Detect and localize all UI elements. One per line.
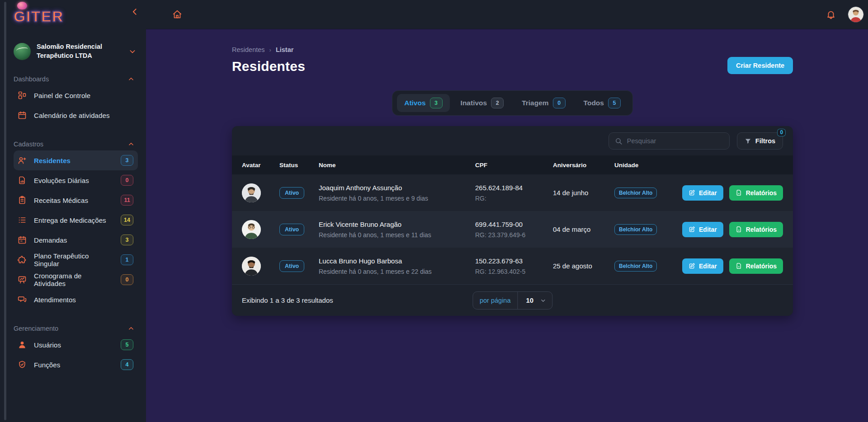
person-add-icon <box>17 156 27 165</box>
sidebar-item-residentes[interactable]: Residentes 3 <box>14 150 138 170</box>
section-header-dashboards[interactable]: Dashboards <box>14 75 138 83</box>
count-badge: 4 <box>121 359 133 370</box>
count-badge: 0 <box>121 175 133 186</box>
unit-badge[interactable]: Belchior Alto <box>614 188 657 198</box>
document-chart-icon <box>17 176 27 185</box>
edit-button-label: Editar <box>699 263 717 270</box>
sidebar-item-demandas[interactable]: Demandas 3 <box>14 230 138 250</box>
chevron-right-icon: › <box>269 47 271 53</box>
sidebar-item-entrega-de-medicacoes[interactable]: Entrega de Medicações 14 <box>14 210 138 230</box>
sidebar-collapse-icon[interactable] <box>131 7 140 16</box>
shield-check-icon <box>17 360 27 369</box>
calendar-icon <box>17 235 27 244</box>
tab-ativos[interactable]: Ativos 3 <box>397 94 449 112</box>
reports-button[interactable]: Relatórios <box>729 222 783 237</box>
edit-button[interactable]: Editar <box>682 185 723 201</box>
resident-cpf: 265.624.189-84 <box>475 184 553 192</box>
resident-avatar <box>242 183 261 202</box>
sidebar-item-cronograma-de-atividades[interactable]: Cronograma de Atividades 0 <box>14 270 138 290</box>
table-row: Ativo Erick Vicente Bruno Aragão Residen… <box>232 211 793 248</box>
sidebar-section-dashboards: Dashboards Painel de Controle Calendário <box>14 75 138 125</box>
tab-label: Triagem <box>522 99 548 107</box>
filters-count-badge: 0 <box>777 129 786 136</box>
count-badge: 5 <box>121 339 133 350</box>
brand-logo[interactable]: GITER <box>14 5 138 29</box>
section-label: Dashboards <box>14 75 49 83</box>
table-header-row: Avatar Status Nome CPF Aniversário Unida… <box>232 155 793 174</box>
section-header-cadastros[interactable]: Cadastros <box>14 141 138 148</box>
residents-table-card: Filtros 0 Avatar Status Nome CPF Anivers… <box>232 126 793 316</box>
reports-button-label: Relatórios <box>746 263 777 270</box>
search-input[interactable] <box>627 137 723 145</box>
tab-triagem[interactable]: Triagem 0 <box>514 94 572 112</box>
filters-button[interactable]: Filtros 0 <box>737 132 783 150</box>
reports-button-label: Relatórios <box>746 226 777 233</box>
resident-birthday: 04 de março <box>553 225 614 233</box>
sidebar-item-label: Demandas <box>34 236 114 244</box>
edit-button-label: Editar <box>699 189 717 197</box>
edit-button[interactable]: Editar <box>682 258 723 274</box>
notifications-bell-icon[interactable] <box>826 9 836 19</box>
sidebar-item-label: Evoluções Diárias <box>34 177 114 184</box>
edit-pencil-icon <box>689 263 695 269</box>
company-name: Salomão Residencial Terapêutico LTDA <box>37 42 122 60</box>
puzzle-icon <box>17 255 27 264</box>
user-icon <box>17 340 27 349</box>
chevron-up-icon <box>128 141 134 147</box>
create-resident-button[interactable]: Criar Residente <box>727 57 793 74</box>
tab-count-badge: 0 <box>553 98 566 108</box>
sidebar-item-funcoes[interactable]: Funções 4 <box>14 355 138 375</box>
sidebar-item-evolucoes-diarias[interactable]: Evoluções Diárias 0 <box>14 170 138 190</box>
presentation-chart-icon <box>17 275 27 284</box>
brain-icon <box>17 2 27 9</box>
count-badge: 0 <box>121 274 133 285</box>
sidebar-item-label: Receitas Médicas <box>34 197 114 204</box>
file-icon <box>736 226 742 233</box>
count-badge: 3 <box>121 155 133 166</box>
resident-avatar <box>242 257 261 276</box>
reports-button-label: Relatórios <box>746 189 777 197</box>
sidebar-scrollbar[interactable] <box>4 2 6 420</box>
user-avatar[interactable] <box>848 6 864 23</box>
sidebar-item-receitas-medicas[interactable]: Receitas Médicas 11 <box>14 190 138 210</box>
tab-inativos[interactable]: Inativos 2 <box>453 94 511 112</box>
resident-name: Joaquim Anthony Assunção <box>319 184 475 192</box>
tab-todos[interactable]: Todos 5 <box>576 94 628 112</box>
company-selector[interactable]: Salomão Residencial Terapêutico LTDA <box>14 42 138 60</box>
sidebar-item-usuarios[interactable]: Usuários 5 <box>14 335 138 355</box>
resident-tenure: Residente há 0 anos, 1 meses e 22 dias <box>319 268 475 275</box>
funnel-icon <box>745 138 751 145</box>
chevron-down-icon <box>129 48 136 55</box>
unit-badge[interactable]: Belchior Alto <box>614 261 657 272</box>
sidebar-item-label: Funções <box>34 361 114 369</box>
count-badge: 14 <box>121 215 133 225</box>
reports-button[interactable]: Relatórios <box>729 258 783 274</box>
calendar-icon <box>17 111 27 120</box>
tab-label: Inativos <box>461 99 487 107</box>
home-icon[interactable] <box>172 9 182 19</box>
sidebar-item-atendimentos[interactable]: Atendimentos <box>14 290 138 309</box>
tab-label: Todos <box>584 99 604 107</box>
topbar <box>146 0 868 29</box>
resident-name: Erick Vicente Bruno Aragão <box>319 220 475 228</box>
column-header-avatar: Avatar <box>242 162 279 169</box>
per-page-select[interactable]: por página 10 <box>472 291 552 309</box>
count-badge: 3 <box>121 234 133 245</box>
breadcrumb-parent[interactable]: Residentes <box>232 46 265 53</box>
resident-cpf: 699.441.759-00 <box>475 220 553 228</box>
sidebar: GITER Salomão Residencial Terapêutico LT… <box>0 0 146 422</box>
sidebar-item-plano-terapeutico-singular[interactable]: Plano Terapêutico Singular 1 <box>14 250 138 270</box>
sidebar-item-label: Residentes <box>34 157 114 164</box>
sidebar-item-painel-de-controle[interactable]: Painel de Controle <box>14 85 138 105</box>
status-badge: Ativo <box>279 260 304 272</box>
sidebar-item-calendario-de-atividades[interactable]: Calendário de atividades <box>14 105 138 125</box>
section-header-gerenciamento[interactable]: Gerenciamento <box>14 325 138 332</box>
resident-tenure: Residente há 0 anos, 1 meses e 9 dias <box>319 195 475 202</box>
resident-name: Lucca Bruno Hugo Barbosa <box>319 257 475 265</box>
sidebar-section-cadastros: Cadastros Residentes 3 Evoluçõ <box>14 141 138 309</box>
sidebar-item-label: Plano Terapêutico Singular <box>34 252 114 267</box>
per-page-label: por página <box>473 297 518 304</box>
unit-badge[interactable]: Belchior Alto <box>614 224 657 235</box>
reports-button[interactable]: Relatórios <box>729 185 783 201</box>
edit-button[interactable]: Editar <box>682 222 723 237</box>
